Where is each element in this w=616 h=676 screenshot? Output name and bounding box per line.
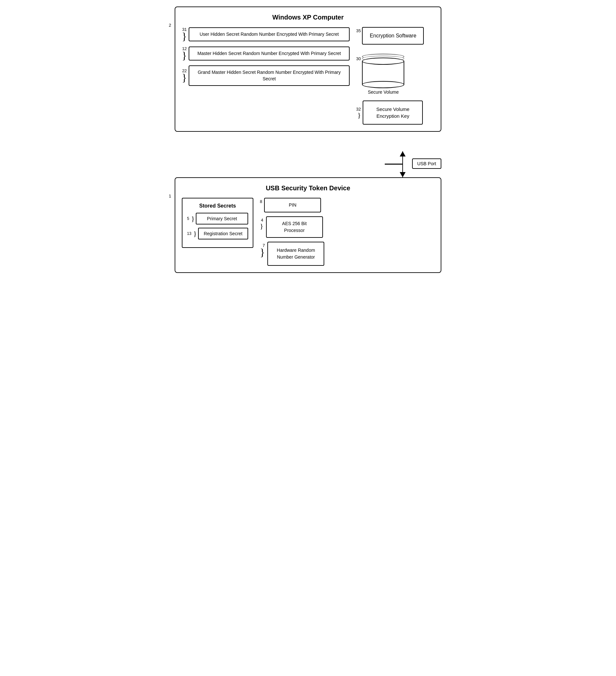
- master-hidden-secret-box: Master Hidden Secret Random Number Encry…: [189, 47, 350, 61]
- secure-volume-cylinder: Secure Volume: [362, 52, 404, 95]
- user-hidden-secret-bracket: }: [182, 31, 187, 42]
- grand-master-hidden-secret-box: Grand Master Hidden Secret Random Number…: [189, 65, 350, 86]
- user-hidden-secret-wrapper: 31 } User Hidden Secret Random Number En…: [182, 27, 350, 42]
- stored-secrets-outer: Stored Secrets 5 } Primary Secret 13 } R…: [182, 198, 254, 266]
- hrng-bracket: }: [260, 247, 265, 258]
- usb-port-box: USB Port: [412, 158, 441, 169]
- stored-secrets-box: Stored Secrets 5 } Primary Secret 13 } R…: [182, 198, 254, 248]
- aes-wrapper: 4 } AES 256 Bit Processor: [260, 216, 434, 238]
- registration-secret-box: Registration Secret: [198, 228, 248, 239]
- usb-arrow-area: USB Port: [175, 151, 441, 177]
- primary-secret-box: Primary Secret: [196, 213, 248, 224]
- arrow-horizontal-line: [385, 164, 403, 165]
- usb-right-column: 8 PIN 4 } AES 256 Bit Processor: [260, 198, 434, 266]
- stored-secrets-title: Stored Secrets: [187, 203, 248, 209]
- aes-bracket: }: [260, 223, 264, 230]
- master-hidden-secret-wrapper: 12 } Master Hidden Secret Random Number …: [182, 46, 350, 61]
- secure-volume-text: Secure Volume: [368, 90, 399, 95]
- windows-computer-title: Windows XP Computer: [182, 14, 434, 21]
- primary-secret-wrapper: 5 } Primary Secret: [187, 213, 248, 224]
- registration-secret-num: 13: [187, 231, 191, 236]
- diagram-container: 2 Windows XP Computer 31 } User Hidden S…: [175, 6, 441, 273]
- enc-software-box: Encryption Software: [362, 27, 424, 45]
- hrng-wrapper: 7 } Hardware Random Number Generator: [260, 242, 434, 266]
- computer-label: 2: [169, 23, 171, 27]
- primary-secret-num: 5: [187, 216, 189, 221]
- grand-master-hidden-secret-wrapper: 22 } Grand Master Hidden Secret Random N…: [182, 65, 350, 86]
- secure-volume-wrapper: 30: [356, 52, 404, 95]
- pin-box: PIN: [264, 198, 321, 213]
- hrng-box: Hardware Random Number Generator: [267, 242, 324, 266]
- windows-inner: 31 } User Hidden Secret Random Number En…: [182, 27, 434, 125]
- pin-label: 8: [260, 198, 262, 204]
- enc-software-label: 35: [356, 27, 361, 33]
- svek-bracket: }: [357, 112, 361, 119]
- usb-device-title: USB Security Token Device: [182, 184, 434, 192]
- aes-box: AES 256 Bit Processor: [266, 216, 323, 238]
- right-column: 35 Encryption Software 30: [356, 27, 434, 125]
- arrow-down-head: [400, 172, 405, 177]
- usb-device-outer: 1 USB Security Token Device Stored Secre…: [175, 177, 441, 273]
- primary-secret-bracket: }: [191, 215, 195, 222]
- pin-wrapper: 8 PIN: [260, 198, 434, 213]
- usb-device-box: USB Security Token Device Stored Secrets…: [175, 177, 441, 273]
- arrow-up-head: [400, 151, 405, 157]
- registration-secret-wrapper: 13 } Registration Secret: [187, 228, 248, 239]
- user-hidden-secret-box: User Hidden Secret Random Number Encrypt…: [189, 27, 350, 42]
- secure-volume-label: 30: [356, 52, 361, 61]
- left-column: 31 } User Hidden Secret Random Number En…: [182, 27, 350, 125]
- usb-device-label: 1: [169, 193, 171, 199]
- cylinder-graphic: [362, 52, 404, 88]
- master-hidden-secret-bracket: }: [182, 50, 187, 61]
- grand-master-hidden-secret-bracket: }: [182, 72, 187, 83]
- svek-box: Secure Volume Encryption Key: [362, 101, 423, 125]
- registration-secret-bracket: }: [193, 230, 197, 237]
- windows-computer-box: Windows XP Computer 31 } User Hidden Sec…: [175, 6, 441, 132]
- svek-wrapper: 32 } Secure Volume Encryption Key: [356, 101, 423, 125]
- usb-inner: Stored Secrets 5 } Primary Secret 13 } R…: [182, 198, 434, 266]
- enc-software-wrapper: 35 Encryption Software: [356, 27, 424, 45]
